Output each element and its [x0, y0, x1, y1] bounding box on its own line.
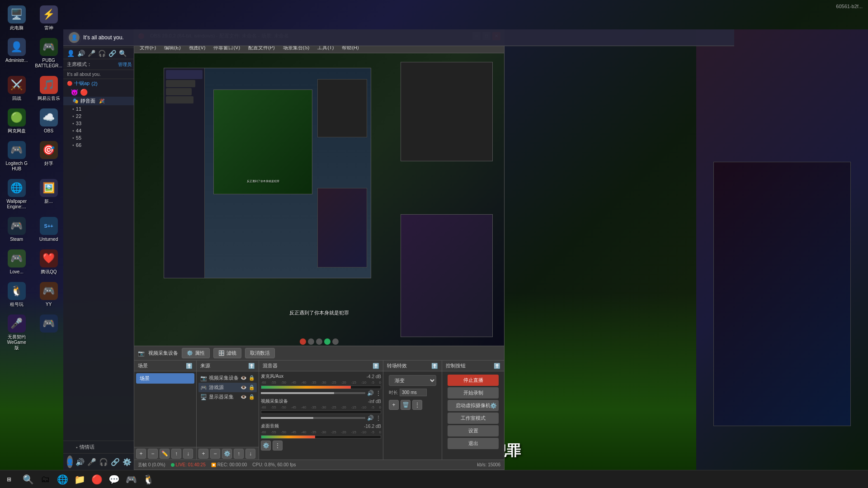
obs-filter-btn[interactable]: 🎛️ 滤镜	[213, 348, 241, 358]
obs-sources-down-btn[interactable]: ↓	[245, 449, 255, 459]
desktop-icon-nvidia[interactable]: 🟢 网克网盘	[4, 107, 29, 136]
taskbar-discord-btn[interactable]: 💬	[106, 471, 122, 488]
side-item-11[interactable]: • 11	[63, 105, 135, 113]
side-icon-user[interactable]: 👤	[67, 50, 75, 57]
obs-scenes-edit-btn[interactable]: ✏️	[160, 449, 170, 459]
obs-scenes-expand-icon[interactable]: ⬆️	[186, 363, 193, 369]
side-icon-mic[interactable]: 🎤	[88, 50, 95, 57]
desktop-icon-qq[interactable]: 🐧 租号玩	[4, 280, 29, 309]
obs-mixer-expand-icon[interactable]: ⬆️	[373, 363, 379, 369]
obs-controls-expand-icon[interactable]: ⬆️	[494, 363, 500, 369]
obs-scenes-add-btn[interactable]: +	[136, 449, 146, 459]
obs-source-game-eye[interactable]: 👁️	[241, 385, 247, 390]
desktop-icon-wegame[interactable]: 🎮	[33, 313, 64, 352]
obs-start-rec-btn[interactable]: 开始录制	[448, 387, 499, 399]
obs-cancel-btn[interactable]: 取消数活	[245, 348, 275, 358]
desktop-icon-cloud[interactable]: ☁️ OBS	[33, 107, 64, 136]
desktop-icon-steampp[interactable]: S++ Unturned	[33, 215, 64, 244]
side-icon-search[interactable]: 🔍	[119, 50, 127, 57]
side-bottom-mic[interactable]: 🎤	[87, 458, 96, 466]
taskbar-qq-btn[interactable]: 🐧	[140, 471, 156, 488]
taskbar-search-btn[interactable]: 🔍	[20, 471, 36, 488]
side-item-44[interactable]: • 44	[63, 127, 135, 134]
obs-mixer-mic-more[interactable]: ⋮	[376, 390, 381, 396]
obs-mixer-video-mute[interactable]: 🔊	[367, 415, 374, 421]
obs-mixer-mic-volume[interactable]	[261, 392, 365, 394]
obs-source-display-eye[interactable]: 👁️	[241, 394, 247, 400]
obs-transitions-expand-icon[interactable]: ⬆️	[431, 363, 438, 369]
obs-mixer-more-btn[interactable]: ⋮	[273, 441, 283, 450]
obs-studio-mode-btn[interactable]: 工作室模式	[448, 413, 499, 424]
taskbar-obs-btn[interactable]: 🔴	[89, 471, 105, 488]
desktop-icon-haohao[interactable]: 🎮 YY	[33, 280, 64, 309]
desktop-icon-huizhan[interactable]: ⚔️ 回战	[4, 74, 29, 103]
desktop-icon-hafo[interactable]: 🎯 好孚	[33, 139, 64, 174]
taskbar-start-button[interactable]: ⊞	[0, 470, 18, 488]
desktop-icon-love[interactable]: ❤️ 腾讯QQ	[33, 248, 64, 277]
obs-mixer-mic-mute[interactable]: 🔊	[367, 390, 374, 396]
side-item-bottom[interactable]: • 情情话	[67, 443, 132, 451]
obs-sources-up-btn[interactable]: ↑	[234, 449, 244, 459]
obs-trans-del-btn[interactable]: 🗑️	[401, 400, 410, 410]
side-icon-headset[interactable]: 🎧	[98, 50, 106, 57]
obs-sources-add-btn[interactable]: +	[198, 449, 208, 459]
obs-trans-more-btn[interactable]: ⋮	[412, 400, 422, 410]
desktop-icon-admin[interactable]: 👤 Administr...	[4, 36, 29, 70]
obs-mixer-video-more[interactable]: ⋮	[376, 415, 381, 421]
side-icon-sound[interactable]: 🔊	[77, 50, 85, 57]
obs-scenes-up-btn[interactable]: ↑	[171, 449, 181, 459]
obs-scene-item-main[interactable]: 场景	[136, 373, 194, 384]
obs-source-game-lock[interactable]: 🔒	[249, 385, 255, 390]
desktop-icon-yy[interactable]: 🎤 无畏契约 WeGame版	[4, 313, 29, 352]
desktop-icon-computer[interactable]: 🖥️ 此电脑	[4, 4, 29, 33]
side-item-22[interactable]: • 22	[63, 113, 135, 120]
side-bottom-volume[interactable]: 🔊	[75, 458, 85, 466]
desktop-icon-thunder[interactable]: ⚡ 雷神	[33, 4, 64, 33]
obs-sources-del-btn[interactable]: −	[210, 449, 220, 459]
obs-trans-duration-input[interactable]	[400, 389, 427, 396]
obs-source-video-lock[interactable]: 🔒	[249, 375, 255, 381]
obs-source-display-lock[interactable]: 🔒	[249, 394, 255, 400]
obs-mixer-settings-btn[interactable]: ⚙️	[261, 441, 271, 450]
desktop-icon-unturned[interactable]: 🎮 Love...	[4, 248, 29, 277]
obs-ctrl-dot-green[interactable]	[324, 338, 330, 345]
obs-attr-btn[interactable]: ⚙️ 属性	[182, 348, 210, 358]
obs-quit-btn[interactable]: 退出	[448, 438, 499, 449]
obs-virt-cam-gear-icon[interactable]: ⚙️	[490, 403, 497, 409]
notification-avatar: 👤	[69, 32, 80, 43]
taskbar-taskview-btn[interactable]: 🗂	[37, 471, 53, 488]
obs-source-game[interactable]: 🎮 游戏源 👁️ 🔒	[198, 383, 257, 392]
desktop-icon-steam[interactable]: 🎮 Steam	[4, 215, 29, 244]
taskbar-steam-btn[interactable]: 🎮	[123, 471, 139, 488]
obs-trans-add-btn[interactable]: +	[389, 400, 399, 410]
side-item-33[interactable]: • 33	[63, 120, 135, 127]
side-item-55[interactable]: • 55	[63, 134, 135, 141]
side-item-66[interactable]: • 66	[63, 141, 135, 149]
obs-sources-settings-btn[interactable]: ⚙️	[222, 449, 232, 459]
obs-source-display[interactable]: 🖥️ 显示器采集 👁️ 🔒	[198, 392, 257, 402]
side-item-jingyin[interactable]: 🎭 靜音面 🎉	[63, 97, 135, 105]
obs-source-video-eye[interactable]: 👁️	[241, 375, 247, 381]
side-group-main[interactable]: 🔴 十锅ap (2)	[63, 79, 135, 88]
desktop-icon-edge[interactable]: 🌐 Wallpaper Engine:...	[4, 177, 29, 211]
side-icon-link[interactable]: 🔗	[108, 50, 116, 57]
taskbar-explorer-btn[interactable]: 📁	[71, 471, 88, 488]
desktop-icon-wallpaper[interactable]: 🖼️ 新...	[33, 177, 64, 211]
obs-sources-expand-icon[interactable]: ⬆️	[248, 363, 255, 369]
desktop-icon-logitech[interactable]: 🎮 Logitech G HUB	[4, 139, 29, 174]
side-bottom-headset[interactable]: 🎧	[99, 458, 108, 466]
side-bottom-settings[interactable]: ⚙️	[123, 458, 132, 466]
side-bottom-link[interactable]: 🔗	[111, 458, 120, 466]
taskbar-edge-btn[interactable]: 🌐	[54, 471, 71, 488]
manage-btn[interactable]: 管理员	[118, 61, 132, 68]
obs-source-video[interactable]: 📷 视频采集设备 👁️ 🔒	[198, 373, 257, 383]
obs-scenes-del-btn[interactable]: −	[148, 449, 158, 459]
desktop-icon-pubg[interactable]: 🎮 PUBG BATTLEGR...	[33, 36, 64, 70]
obs-settings-btn[interactable]: 设置	[448, 425, 499, 436]
obs-ctrl-dot-red[interactable]	[300, 338, 306, 345]
obs-scenes-down-btn[interactable]: ↓	[183, 449, 193, 459]
desktop-icon-music[interactable]: 🎵 网易云音乐	[33, 74, 64, 103]
obs-trans-type-select[interactable]: 渐变	[389, 375, 436, 386]
obs-stop-live-btn[interactable]: 停止直播	[448, 375, 499, 386]
obs-mixer-video-volume[interactable]	[261, 417, 365, 419]
